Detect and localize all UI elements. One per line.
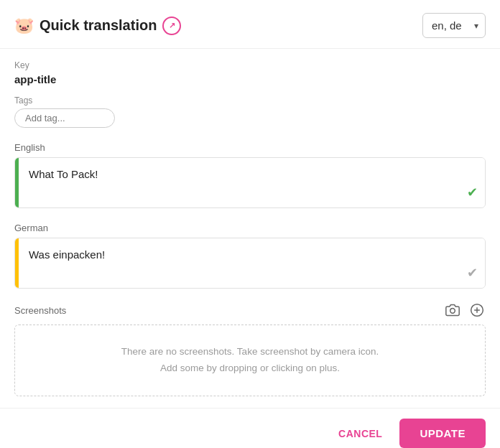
- update-button[interactable]: UPDATE: [399, 419, 486, 448]
- cancel-button[interactable]: CANCEL: [333, 421, 388, 447]
- english-check-icon: ✔: [467, 185, 478, 200]
- add-screenshot-button[interactable]: [468, 302, 486, 319]
- key-value: app-title: [14, 73, 486, 85]
- screenshots-empty-line1: There are no screenshots. Take screensho…: [121, 344, 379, 360]
- screenshots-section: Screenshots: [14, 302, 486, 396]
- dialog-footer: CANCEL UPDATE: [0, 408, 500, 448]
- english-textarea[interactable]: What To Pack!: [19, 158, 485, 207]
- german-translation-section: German Was einpacken! ✔: [14, 223, 486, 289]
- plus-circle-icon: [470, 303, 484, 317]
- language-select[interactable]: en, de en, fr en, es: [422, 13, 486, 38]
- german-label: German: [14, 223, 486, 233]
- app-icon: 🐷: [14, 18, 34, 34]
- screenshots-actions: [444, 302, 486, 319]
- tags-label: Tags: [14, 95, 486, 106]
- screenshots-label: Screenshots: [14, 305, 66, 316]
- camera-icon: [445, 303, 460, 317]
- german-translation-box: Was einpacken! ✔: [14, 238, 486, 289]
- tag-input-wrapper: [14, 108, 486, 128]
- dialog-body: Key app-title Tags English What To Pack!…: [0, 49, 500, 408]
- header-left: 🐷 Quick translation ↗: [14, 17, 181, 35]
- camera-button[interactable]: [444, 302, 461, 319]
- english-label: English: [14, 142, 486, 153]
- dialog-title: Quick translation: [40, 17, 157, 34]
- key-field-group: Key app-title: [14, 60, 486, 85]
- svg-point-0: [450, 309, 455, 314]
- external-link-icon: ↗: [169, 21, 175, 30]
- tag-input[interactable]: [14, 108, 115, 128]
- screenshots-empty-line2: Add some by dropping or clicking on plus…: [160, 360, 340, 377]
- german-check-icon: ✔: [467, 265, 478, 281]
- german-textarea[interactable]: Was einpacken!: [19, 238, 485, 288]
- english-translation-box: What To Pack! ✔: [14, 157, 486, 208]
- dialog-header: 🐷 Quick translation ↗ en, de en, fr en, …: [0, 0, 500, 49]
- english-translation-section: English What To Pack! ✔: [14, 142, 486, 208]
- screenshots-header: Screenshots: [14, 302, 486, 319]
- language-selector-wrapper[interactable]: en, de en, fr en, es ▾: [422, 13, 486, 38]
- quick-translation-dialog: 🐷 Quick translation ↗ en, de en, fr en, …: [0, 0, 500, 448]
- screenshots-dropzone[interactable]: There are no screenshots. Take screensho…: [14, 325, 486, 396]
- external-link-button[interactable]: ↗: [162, 17, 181, 35]
- key-label: Key: [14, 60, 486, 70]
- tags-field-group: Tags: [14, 95, 486, 128]
